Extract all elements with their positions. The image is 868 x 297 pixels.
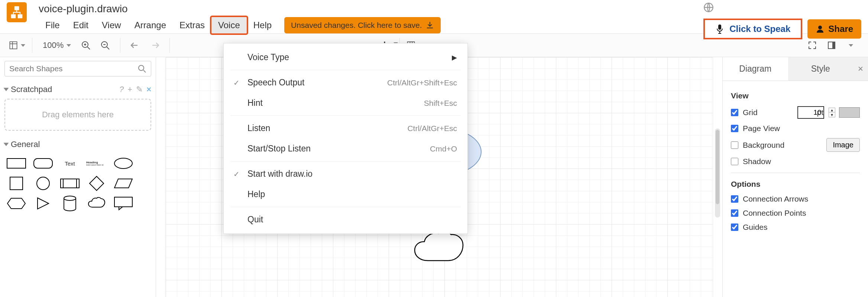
voice-menu-hint[interactable]: Hint Shift+Esc <box>224 93 467 113</box>
format-panel-close[interactable]: ✕ <box>853 57 868 81</box>
format-panel-button[interactable] <box>823 37 840 53</box>
shape-hexagon[interactable] <box>6 197 27 210</box>
shape-circle[interactable] <box>33 177 54 190</box>
shape-diamond[interactable] <box>86 177 107 190</box>
menubar: File Edit View Arrange Extras Voice Help… <box>39 17 441 33</box>
shape-cloud[interactable] <box>86 197 107 210</box>
menu-separator <box>230 70 461 70</box>
titlebar-right: Click to Speak Share <box>703 2 861 39</box>
shadow-label: Shadow <box>743 157 771 166</box>
guides-label: Guides <box>743 223 768 232</box>
speech-output-shortcut: Ctrl/AltGr+Shift+Esc <box>387 78 457 87</box>
shape-rectangle[interactable] <box>6 157 27 170</box>
share-button[interactable]: Share <box>807 19 861 39</box>
menu-voice[interactable]: Voice <box>211 17 247 33</box>
svg-point-39 <box>64 196 76 200</box>
title-and-menus: voice-plugin.drawio File Edit View Arran… <box>39 2 441 33</box>
svg-rect-6 <box>10 42 17 49</box>
voice-menu-listen[interactable]: Listen Ctrl/AltGr+Esc <box>224 118 467 138</box>
shape-cylinder[interactable] <box>59 197 80 210</box>
click-to-speak-button[interactable]: Click to Speak <box>703 19 802 39</box>
shape-triangle[interactable] <box>33 197 54 210</box>
voice-menu-voice-type[interactable]: Voice Type ▶ <box>224 47 467 68</box>
svg-rect-40 <box>114 197 132 207</box>
tab-diagram[interactable]: Diagram <box>723 57 788 81</box>
shape-process[interactable] <box>59 177 80 190</box>
svg-point-31 <box>37 177 49 190</box>
section-options-title: Options <box>731 180 860 189</box>
unsaved-changes-button[interactable]: Unsaved changes. Click here to save. <box>284 17 441 33</box>
voice-menu-help[interactable]: Help <box>224 184 467 205</box>
shape-callout[interactable] <box>113 197 134 210</box>
zoom-in-button[interactable] <box>78 37 94 53</box>
diagram-cloud[interactable] <box>411 232 474 265</box>
row-conn-arrows: Connection Arrows <box>731 195 860 203</box>
zoom-value: 100% <box>43 40 64 50</box>
guides-checkbox[interactable] <box>731 223 738 231</box>
menu-file[interactable]: File <box>39 17 67 33</box>
search-shapes-input[interactable] <box>9 64 137 73</box>
redo-button[interactable] <box>146 37 163 53</box>
pageview-checkbox[interactable] <box>731 125 738 132</box>
shape-rounded-rectangle[interactable] <box>33 157 54 170</box>
zoom-dropdown[interactable]: 100% <box>39 40 75 50</box>
svg-rect-0 <box>14 6 19 10</box>
conn-points-checkbox[interactable] <box>731 209 738 217</box>
format-panel-tabs: Diagram Style ✕ <box>723 57 868 81</box>
svg-rect-30 <box>10 177 23 190</box>
globe-icon[interactable] <box>703 2 714 13</box>
shape-square[interactable] <box>6 177 27 190</box>
undo-button[interactable] <box>127 37 143 53</box>
app-logo[interactable] <box>7 2 27 22</box>
grid-label: Grid <box>743 108 758 117</box>
scratchpad-close-button[interactable]: × <box>146 85 151 94</box>
share-label: Share <box>828 24 853 34</box>
svg-rect-2 <box>18 14 23 18</box>
voice-menu-start-with-drawio[interactable]: ✓ Start with draw.io <box>224 164 467 184</box>
scratchpad-edit-button[interactable]: ✎ <box>136 85 143 94</box>
startstop-label: Start/Stop Listen <box>247 144 311 154</box>
fullscreen-button[interactable] <box>804 37 820 53</box>
tab-style[interactable]: Style <box>788 57 854 81</box>
menu-edit[interactable]: Edit <box>67 17 95 33</box>
canvas-scrollbar[interactable] <box>715 128 720 218</box>
grid-checkbox[interactable] <box>731 109 738 116</box>
svg-rect-1 <box>11 14 16 18</box>
scratchpad-add-button[interactable]: + <box>127 85 132 94</box>
search-shapes-box[interactable] <box>4 61 151 76</box>
menu-help[interactable]: Help <box>247 17 278 33</box>
grid-stepper[interactable]: ▲▼ <box>829 108 835 117</box>
check-icon: ✓ <box>233 170 240 179</box>
grid-color-swatch[interactable] <box>839 107 860 118</box>
download-icon <box>426 21 434 29</box>
shape-parallelogram[interactable] <box>113 177 134 190</box>
shape-heading[interactable]: Headinglorem ipsum dolor sit <box>86 157 107 170</box>
menu-arrange[interactable]: Arrange <box>128 17 173 33</box>
document-title[interactable]: voice-plugin.drawio <box>39 2 441 17</box>
general-header[interactable]: General <box>4 140 151 149</box>
scratchpad-tools: ? + ✎ × <box>119 85 151 94</box>
background-image-button[interactable]: Image <box>826 138 860 152</box>
shape-text[interactable]: Text <box>59 157 80 170</box>
voice-menu-speech-output[interactable]: ✓ Speech Output Ctrl/AltGr+Shift+Esc <box>224 72 467 93</box>
menu-extras[interactable]: Extras <box>173 17 211 33</box>
scratchpad-header[interactable]: Scratchpad ? + ✎ × <box>4 85 151 94</box>
layout-dropdown-button[interactable] <box>9 37 25 53</box>
scratchpad-help-button[interactable]: ? <box>119 85 124 94</box>
voice-menu-start-stop-listen[interactable]: Start/Stop Listen Cmd+O <box>224 138 467 159</box>
conn-arrows-checkbox[interactable] <box>731 195 738 203</box>
shadow-checkbox[interactable] <box>731 158 738 165</box>
row-shadow: Shadow <box>731 157 860 166</box>
shape-ellipse[interactable] <box>113 157 134 170</box>
voice-dropdown-menu: Voice Type ▶ ✓ Speech Output Ctrl/AltGr+… <box>223 43 468 234</box>
voice-menu-quit[interactable]: Quit <box>224 209 467 230</box>
menu-view[interactable]: View <box>95 17 128 33</box>
svg-rect-4 <box>718 25 721 30</box>
search-icon <box>137 64 146 73</box>
row-guides: Guides <box>731 223 860 232</box>
collapse-button[interactable] <box>843 37 859 53</box>
zoom-out-button[interactable] <box>97 37 113 53</box>
scratchpad-dropzone[interactable]: Drag elements here <box>4 99 151 131</box>
menu-separator <box>230 115 461 116</box>
background-checkbox[interactable] <box>731 141 738 149</box>
